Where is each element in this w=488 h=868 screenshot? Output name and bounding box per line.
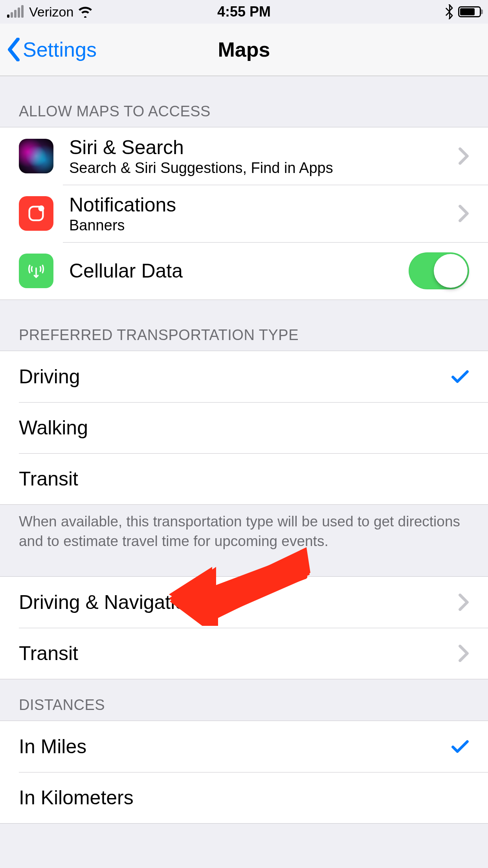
signal-icon bbox=[7, 6, 24, 18]
wifi-icon bbox=[77, 6, 93, 18]
label-driving-navigation: Driving & Navigation bbox=[19, 591, 450, 614]
svg-point-1 bbox=[38, 205, 44, 211]
row-distance-miles[interactable]: In Miles bbox=[0, 721, 488, 772]
row-title-notifications: Notifications bbox=[69, 193, 450, 216]
section-header-distances: DISTANCES bbox=[0, 679, 488, 721]
battery-icon bbox=[458, 6, 481, 17]
bluetooth-icon bbox=[444, 4, 454, 19]
row-title-cellular: Cellular Data bbox=[69, 259, 409, 282]
label-transit: Transit bbox=[19, 467, 469, 490]
group-access: Siri & Search Search & Siri Suggestions,… bbox=[0, 127, 488, 300]
row-sub-notifications: Banners bbox=[69, 217, 450, 234]
row-transit-settings[interactable]: Transit bbox=[0, 628, 488, 679]
label-driving: Driving bbox=[19, 365, 451, 388]
carrier-label: Verizon bbox=[29, 4, 73, 20]
row-cellular-data: Cellular Data bbox=[0, 242, 488, 300]
group-navigation: Driving & Navigation Transit bbox=[0, 576, 488, 679]
chevron-right-icon bbox=[458, 205, 469, 222]
siri-icon bbox=[19, 139, 53, 173]
section-header-transport: PREFERRED TRANSPORTATION TYPE bbox=[0, 300, 488, 351]
group-distances: In Miles In Kilometers bbox=[0, 721, 488, 824]
status-right bbox=[444, 4, 481, 19]
nav-bar: Settings Maps bbox=[0, 24, 488, 76]
back-button[interactable]: Settings bbox=[6, 38, 97, 61]
checkmark-icon bbox=[451, 369, 469, 384]
section-header-access: ALLOW MAPS TO ACCESS bbox=[0, 76, 488, 127]
row-transport-transit[interactable]: Transit bbox=[0, 453, 488, 504]
row-transport-walking[interactable]: Walking bbox=[0, 402, 488, 453]
label-km: In Kilometers bbox=[19, 786, 469, 809]
chevron-right-icon bbox=[458, 645, 469, 662]
row-distance-km[interactable]: In Kilometers bbox=[0, 772, 488, 823]
row-driving-navigation[interactable]: Driving & Navigation bbox=[0, 577, 488, 628]
group-transport: Driving Walking Transit bbox=[0, 351, 488, 505]
row-siri-search[interactable]: Siri & Search Search & Siri Suggestions,… bbox=[0, 127, 488, 185]
cellular-toggle[interactable] bbox=[409, 252, 469, 289]
row-sub-siri: Search & Siri Suggestions, Find in Apps bbox=[69, 160, 450, 177]
label-walking: Walking bbox=[19, 416, 469, 439]
label-miles: In Miles bbox=[19, 735, 451, 758]
chevron-left-icon bbox=[6, 38, 21, 61]
chevron-right-icon bbox=[458, 594, 469, 611]
cellular-icon bbox=[19, 254, 53, 288]
row-title-siri: Siri & Search bbox=[69, 136, 450, 159]
chevron-right-icon bbox=[458, 147, 469, 165]
status-left: Verizon bbox=[7, 4, 93, 20]
notifications-icon bbox=[19, 196, 53, 231]
status-bar: Verizon 4:55 PM bbox=[0, 0, 488, 24]
checkmark-icon bbox=[451, 739, 469, 754]
row-notifications[interactable]: Notifications Banners bbox=[0, 185, 488, 242]
section-footer-transport: When available, this transportation type… bbox=[0, 505, 488, 554]
page-title: Maps bbox=[218, 38, 270, 61]
back-label: Settings bbox=[23, 38, 97, 61]
status-time: 4:55 PM bbox=[217, 4, 271, 20]
row-transport-driving[interactable]: Driving bbox=[0, 351, 488, 402]
label-transit-settings: Transit bbox=[19, 642, 450, 665]
